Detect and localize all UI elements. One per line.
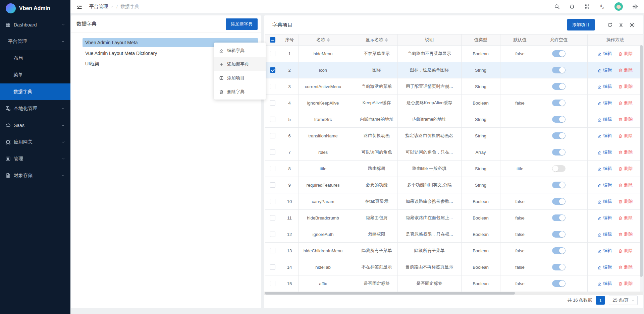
edit-button[interactable]: 编辑 — [597, 83, 612, 89]
delete-button[interactable]: 删除 — [618, 280, 633, 287]
edit-button[interactable]: 编辑 — [597, 166, 612, 172]
avatar[interactable] — [614, 2, 623, 11]
page-size-select[interactable]: 25 条/页 — [609, 296, 638, 305]
horizontal-scrollbar-thumb[interactable] — [265, 292, 515, 295]
context-menu-item-delete-dict[interactable]: 删除字典 — [214, 85, 266, 99]
breadcrumb-item-platform[interactable]: 平台管理 — [89, 4, 108, 10]
language-icon[interactable]: 文A — [599, 4, 605, 9]
app-logo[interactable]: Vben Admin — [0, 0, 70, 16]
edit-button[interactable]: 编辑 — [597, 149, 612, 155]
delete-button[interactable]: 删除 — [618, 149, 633, 155]
sidebar-item-layout[interactable]: 布局 — [0, 50, 70, 67]
edit-button[interactable]: 编辑 — [597, 198, 612, 204]
add-new-dictionary-button[interactable]: 添加新字典 — [226, 18, 258, 30]
allow-empty-toggle[interactable] — [552, 280, 566, 287]
edit-button[interactable]: 编辑 — [597, 100, 612, 106]
row-checkbox[interactable] — [270, 248, 275, 253]
delete-button[interactable]: 删除 — [618, 166, 633, 172]
row-checkbox[interactable] — [270, 51, 275, 56]
delete-button[interactable]: 删除 — [618, 100, 633, 106]
allow-empty-toggle[interactable] — [552, 50, 566, 57]
row-checkbox[interactable] — [270, 133, 275, 138]
pagination-page-1[interactable]: 1 — [596, 296, 605, 305]
sort-icon[interactable] — [385, 38, 388, 42]
allow-empty-toggle[interactable] — [552, 247, 566, 254]
delete-button[interactable]: 删除 — [618, 215, 633, 221]
delete-button[interactable]: 删除 — [618, 83, 633, 89]
allow-empty-toggle[interactable] — [552, 182, 566, 188]
row-checkbox[interactable] — [270, 149, 275, 155]
row-checkbox[interactable] — [270, 199, 275, 204]
sidebar-item-saas[interactable]: Saas — [0, 117, 70, 134]
add-item-button[interactable]: 添加项目 — [567, 19, 595, 30]
delete-button[interactable]: 删除 — [618, 231, 633, 237]
horizontal-scrollbar[interactable] — [264, 292, 643, 295]
sidebar-item-data-dictionary[interactable]: 数据字典 — [0, 83, 70, 100]
edit-button[interactable]: 编辑 — [597, 133, 612, 139]
allow-empty-toggle[interactable] — [552, 231, 566, 238]
row-checkbox[interactable] — [270, 182, 275, 188]
search-icon[interactable] — [554, 4, 560, 9]
gear-icon[interactable] — [632, 4, 638, 9]
vertical-scrollbar-thumb[interactable] — [640, 45, 643, 277]
sort-icon[interactable] — [327, 38, 330, 42]
allow-empty-toggle[interactable] — [552, 198, 566, 205]
row-checkbox[interactable] — [270, 67, 275, 73]
allow-empty-toggle[interactable] — [552, 116, 566, 123]
delete-button[interactable]: 删除 — [618, 133, 633, 139]
edit-button[interactable]: 编辑 — [597, 280, 612, 287]
column-height-icon[interactable] — [618, 22, 624, 28]
refresh-icon[interactable] — [607, 22, 613, 28]
context-menu-item-add-new-dict[interactable]: 添加新字典 — [214, 57, 266, 71]
allow-empty-toggle[interactable] — [552, 67, 566, 73]
edit-button[interactable]: 编辑 — [597, 116, 612, 122]
delete-button[interactable]: 删除 — [618, 116, 633, 122]
fullscreen-icon[interactable] — [584, 4, 590, 9]
allow-empty-toggle[interactable] — [552, 149, 566, 155]
sidebar-item-menu[interactable]: 菜单 — [0, 67, 70, 83]
row-checkbox[interactable] — [270, 281, 275, 286]
allow-empty-toggle[interactable] — [552, 264, 566, 270]
vertical-scrollbar[interactable] — [640, 45, 643, 292]
delete-button[interactable]: 删除 — [618, 264, 633, 270]
notification-icon[interactable] — [569, 4, 575, 9]
delete-button[interactable]: 删除 — [618, 67, 633, 73]
sidebar-item-localization[interactable]: 本地化管理 — [0, 100, 70, 117]
row-checkbox[interactable] — [270, 84, 275, 89]
edit-button[interactable]: 编辑 — [597, 182, 612, 188]
cell-checkbox — [265, 62, 281, 78]
context-menu-item-edit-dict[interactable]: 编辑字典 — [214, 44, 266, 57]
collapse-sidebar-icon[interactable] — [76, 4, 83, 10]
edit-button[interactable]: 编辑 — [597, 51, 612, 57]
sidebar-item-object-storage[interactable]: 对象存储 — [0, 167, 70, 184]
cell-allow — [540, 193, 578, 210]
row-checkbox[interactable] — [270, 100, 275, 106]
table-settings-icon[interactable] — [629, 22, 635, 28]
edit-button[interactable]: 编辑 — [597, 264, 612, 270]
allow-empty-toggle[interactable] — [552, 165, 566, 172]
delete-button[interactable]: 删除 — [618, 198, 633, 204]
edit-button[interactable]: 编辑 — [597, 215, 612, 221]
allow-empty-toggle[interactable] — [552, 214, 566, 221]
sidebar-item-management[interactable]: 管理 — [0, 150, 70, 167]
edit-button[interactable]: 编辑 — [597, 248, 612, 254]
allow-empty-toggle[interactable] — [552, 100, 566, 106]
delete-button[interactable]: 删除 — [618, 182, 633, 188]
sidebar-item-platform-management[interactable]: 平台管理 — [0, 33, 70, 50]
row-checkbox[interactable] — [270, 215, 275, 221]
delete-button[interactable]: 删除 — [618, 51, 633, 57]
allow-empty-toggle[interactable] — [552, 83, 566, 90]
row-checkbox[interactable] — [270, 166, 275, 171]
cell-name: icon — [298, 62, 348, 78]
edit-button[interactable]: 编辑 — [597, 67, 612, 73]
sidebar-item-dashboard[interactable]: Dashboard — [0, 16, 70, 33]
row-checkbox[interactable] — [270, 117, 275, 122]
delete-button[interactable]: 删除 — [618, 248, 633, 254]
allow-empty-toggle[interactable] — [552, 132, 566, 139]
context-menu-item-add-item[interactable]: 添加项目 — [214, 71, 266, 85]
row-checkbox[interactable] — [270, 232, 275, 237]
row-checkbox[interactable] — [270, 264, 275, 270]
sidebar-item-app-gateway[interactable]: 应用网关 — [0, 134, 70, 150]
select-all-checkbox[interactable] — [270, 37, 275, 43]
edit-button[interactable]: 编辑 — [597, 231, 612, 237]
